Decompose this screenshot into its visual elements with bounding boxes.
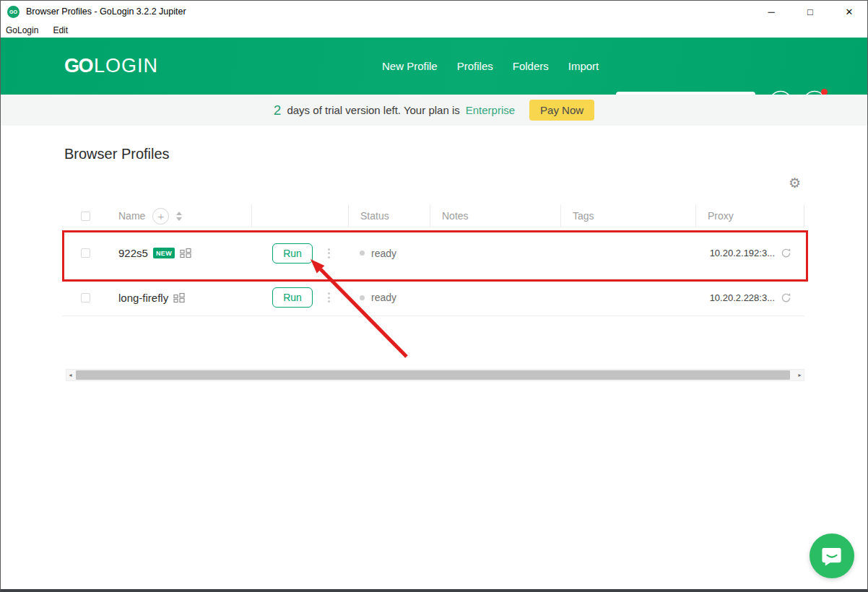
app-window: GO Browser Profiles - GoLogin 3.2.2 Jupi… bbox=[0, 0, 868, 592]
status-text: ready bbox=[371, 248, 396, 259]
support-chat-button[interactable] bbox=[810, 534, 854, 578]
refresh-proxy-icon[interactable] bbox=[781, 248, 791, 258]
nav-folders[interactable]: Folders bbox=[513, 60, 549, 72]
table-row-long-firefly[interactable]: long-firefly Run ready 10.20.2.228:3... bbox=[62, 279, 804, 316]
page-title: Browser Profiles bbox=[64, 146, 170, 162]
row-checkbox[interactable] bbox=[81, 248, 90, 258]
row-menu-icon[interactable] bbox=[325, 245, 333, 261]
row-checkbox-cell bbox=[62, 293, 109, 302]
scroll-left-icon[interactable]: ◂ bbox=[66, 370, 74, 380]
scrollbar-thumb[interactable] bbox=[76, 370, 790, 380]
column-tags-label[interactable]: Tags bbox=[573, 210, 594, 222]
proxy-address: 10.20.2.228:3... bbox=[710, 292, 775, 303]
table-header-row: Name + Status Notes Tags Proxy bbox=[62, 204, 804, 227]
main-nav: New Profile Profiles Folders Import bbox=[382, 38, 599, 95]
sort-icon[interactable] bbox=[176, 212, 182, 221]
profile-name-cell: long-firefly bbox=[109, 292, 251, 304]
trial-message: days of trial version left. Your plan is bbox=[287, 104, 459, 116]
row-menu-icon[interactable] bbox=[325, 290, 333, 305]
new-badge: NEW bbox=[153, 248, 175, 258]
proxy-address: 10.20.2.192:3... bbox=[710, 248, 775, 258]
actions-cell: Run bbox=[251, 287, 348, 308]
run-button[interactable]: Run bbox=[272, 243, 313, 264]
trial-banner: 2 days of trial version left. Your plan … bbox=[1, 95, 867, 126]
plan-name: Enterprise bbox=[466, 104, 515, 116]
status-dot-icon bbox=[360, 251, 365, 256]
menu-edit[interactable]: Edit bbox=[53, 25, 68, 35]
profile-name-cell: 922s5 NEW bbox=[109, 247, 251, 259]
column-status-label[interactable]: Status bbox=[360, 210, 389, 222]
maximize-button[interactable]: □ bbox=[799, 1, 821, 22]
horizontal-scrollbar[interactable]: ◂ ▸ bbox=[66, 369, 804, 381]
status-cell: ready bbox=[348, 292, 430, 303]
trial-days-count: 2 bbox=[274, 103, 282, 118]
share-grid-icon[interactable] bbox=[173, 292, 185, 303]
nav-profiles[interactable]: Profiles bbox=[457, 60, 493, 72]
scroll-right-icon[interactable]: ▸ bbox=[796, 370, 804, 380]
run-button[interactable]: Run bbox=[272, 287, 313, 308]
column-status: Status bbox=[348, 204, 430, 227]
table-row-922s5[interactable]: 922s5 NEW Run ready 10.20.2.192: bbox=[62, 227, 804, 279]
column-name-label[interactable]: Name bbox=[118, 210, 145, 222]
menu-bar: GoLogin Edit bbox=[1, 22, 867, 38]
logo-go-part: GO bbox=[64, 55, 92, 77]
logo-login-part: LOGIN bbox=[94, 55, 158, 77]
column-proxy: Proxy bbox=[695, 204, 804, 227]
actions-cell: Run bbox=[251, 243, 348, 264]
column-tags: Tags bbox=[560, 204, 695, 227]
title-bar: GO Browser Profiles - GoLogin 3.2.2 Jupi… bbox=[1, 1, 867, 22]
row-checkbox-cell bbox=[62, 248, 109, 258]
share-grid-icon[interactable] bbox=[180, 248, 191, 258]
column-proxy-label[interactable]: Proxy bbox=[708, 210, 734, 222]
pay-now-button[interactable]: Pay Now bbox=[529, 100, 594, 121]
nav-import[interactable]: Import bbox=[568, 60, 599, 72]
add-column-icon[interactable]: + bbox=[152, 208, 169, 225]
proxy-cell: 10.20.2.192:3... bbox=[695, 248, 804, 258]
table-settings-gear-icon[interactable]: ⚙ bbox=[789, 176, 801, 190]
refresh-proxy-icon[interactable] bbox=[781, 292, 791, 303]
profile-name: 922s5 bbox=[118, 247, 148, 259]
close-button[interactable]: ✕ bbox=[838, 1, 860, 22]
column-notes-label[interactable]: Notes bbox=[442, 210, 469, 222]
app-header: GOLOGIN New Profile Profiles Folders Imp… bbox=[1, 38, 867, 95]
profile-name: long-firefly bbox=[118, 292, 168, 304]
app-logo-icon: GO bbox=[7, 6, 19, 18]
header-checkbox-cell bbox=[62, 212, 109, 221]
status-cell: ready bbox=[348, 248, 430, 259]
row-checkbox[interactable] bbox=[81, 293, 90, 302]
column-name: Name + bbox=[109, 208, 251, 225]
column-actions bbox=[251, 204, 348, 227]
chat-bubble-icon bbox=[821, 545, 843, 567]
minimize-button[interactable]: ─ bbox=[760, 1, 782, 22]
nav-new-profile[interactable]: New Profile bbox=[382, 60, 438, 72]
profiles-table: Name + Status Notes Tags Proxy 922s5 NEW bbox=[62, 204, 804, 316]
window-controls: ─ □ ✕ bbox=[760, 1, 860, 22]
gologin-logo: GOLOGIN bbox=[64, 55, 158, 77]
status-text: ready bbox=[371, 292, 396, 303]
menu-gologin[interactable]: GoLogin bbox=[6, 25, 38, 35]
select-all-checkbox[interactable] bbox=[81, 212, 90, 221]
column-notes: Notes bbox=[430, 204, 560, 227]
proxy-cell: 10.20.2.228:3... bbox=[695, 292, 804, 303]
status-dot-icon bbox=[360, 295, 365, 300]
window-title: Browser Profiles - GoLogin 3.2.2 Jupiter bbox=[26, 6, 186, 17]
